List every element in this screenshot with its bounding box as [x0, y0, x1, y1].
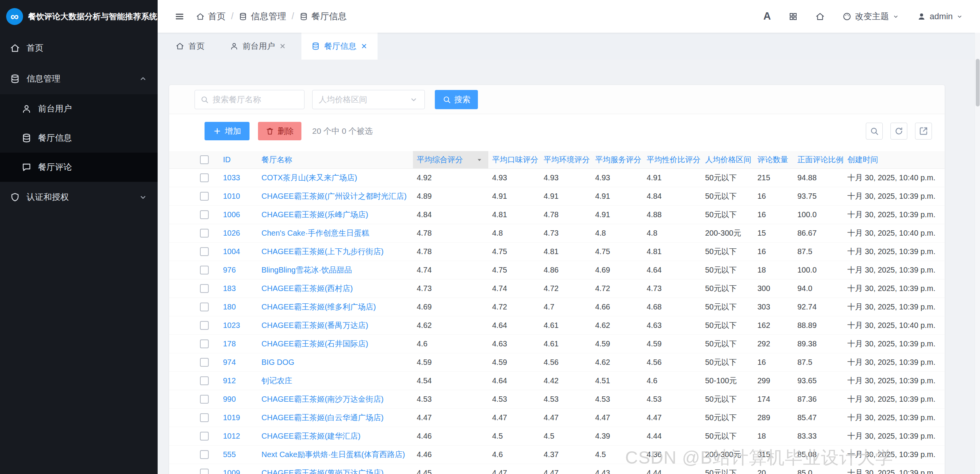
restaurant-name-link[interactable]: CHAGEE霸王茶姬(萝岗万达广场店) — [261, 469, 384, 474]
sidebar-item-auth[interactable]: 认证和授权 — [0, 182, 158, 213]
row-id-link[interactable]: 1019 — [223, 413, 240, 422]
row-checkbox[interactable] — [200, 303, 209, 311]
restaurant-name-link[interactable]: CHAGEE霸王茶姬(上下九步行街店) — [261, 247, 384, 256]
service-score-cell: 4.93 — [591, 173, 643, 182]
sidebar-item-home[interactable]: 首页 — [0, 33, 158, 63]
restaurant-name-link[interactable]: 钊记农庄 — [261, 376, 292, 385]
breadcrumb-home[interactable]: 首页 — [196, 10, 226, 22]
restaurant-name-link[interactable]: Next Cake励事烘焙·生日蛋糕(体育西路店) — [261, 450, 405, 459]
row-checkbox[interactable] — [200, 210, 209, 219]
scrollbar-thumb[interactable] — [976, 59, 980, 106]
row-id-link[interactable]: 178 — [223, 339, 236, 348]
row-id-link[interactable]: 555 — [223, 450, 236, 459]
row-id-link[interactable]: 912 — [223, 376, 236, 385]
col-header-positive-ratio[interactable]: 正面评论比例 — [794, 151, 844, 168]
theme-switcher[interactable]: 改变主题 — [842, 11, 899, 22]
overall-score-cell: 4.92 — [413, 173, 488, 182]
sidebar-item-restaurant-reviews[interactable]: 餐厅评论 — [0, 153, 158, 182]
row-id-link[interactable]: 180 — [223, 303, 236, 311]
sidebar-item-front-users[interactable]: 前台用户 — [0, 94, 158, 123]
col-header-taste[interactable]: 平均口味评分 — [488, 151, 540, 168]
row-id-link[interactable]: 1012 — [223, 432, 240, 440]
col-header-name[interactable]: 餐厅名称 — [258, 151, 413, 168]
row-checkbox[interactable] — [200, 192, 209, 201]
row-checkbox[interactable] — [200, 229, 209, 238]
row-checkbox[interactable] — [200, 339, 209, 348]
row-id-link[interactable]: 1033 — [223, 173, 240, 182]
restaurant-name-link[interactable]: CHAGEE霸王茶姬(白云华通广场店) — [261, 413, 384, 422]
restaurant-name-link[interactable]: CHAGEE霸王茶姬(西村店) — [261, 284, 353, 293]
row-checkbox[interactable] — [200, 173, 209, 182]
col-header-value[interactable]: 平均性价比评分 — [643, 151, 701, 168]
tab-restaurant-info[interactable]: 餐厅信息 — [301, 33, 378, 60]
menu-toggle-icon[interactable] — [175, 12, 185, 22]
row-checkbox[interactable] — [200, 266, 209, 274]
col-header-review-count[interactable]: 评论数量 — [754, 151, 794, 168]
breadcrumb-restaurant-info[interactable]: 餐厅信息 — [299, 10, 347, 22]
row-checkbox[interactable] — [200, 376, 209, 385]
layout-grid-icon[interactable] — [789, 12, 798, 21]
restaurant-name-link[interactable]: CHAGEE霸王茶姬(南沙万达金街店) — [261, 395, 384, 403]
breadcrumb-info-management[interactable]: 信息管理 — [239, 10, 286, 22]
add-button[interactable]: 增加 — [205, 122, 250, 140]
delete-button[interactable]: 删除 — [258, 122, 301, 140]
row-checkbox[interactable] — [200, 284, 209, 293]
page-scrollbar[interactable] — [975, 33, 980, 474]
row-id-link[interactable]: 1004 — [223, 247, 240, 256]
search-button[interactable]: 搜索 — [435, 90, 478, 109]
row-id-link[interactable]: 1010 — [223, 192, 240, 200]
row-id-link[interactable]: 976 — [223, 266, 236, 274]
table-row: 912 钊记农庄 4.54 4.64 4.42 4.51 4.6 50-100元… — [169, 372, 945, 390]
col-header-overall-sorted[interactable]: 平均综合评分 — [413, 151, 488, 168]
row-checkbox[interactable] — [200, 321, 209, 330]
refresh-button[interactable] — [890, 123, 907, 140]
tab-home[interactable]: 首页 — [166, 33, 215, 60]
select-all-checkbox[interactable] — [200, 155, 209, 164]
restaurant-name-link[interactable]: Chen's Cake·手作创意生日蛋糕 — [261, 229, 369, 237]
restaurant-search-field[interactable] — [195, 90, 304, 109]
row-id-link[interactable]: 1026 — [223, 229, 240, 237]
row-id-link[interactable]: 990 — [223, 395, 236, 403]
toggle-search-button[interactable] — [866, 123, 883, 140]
price-range-select[interactable]: 人均价格区间 — [312, 90, 425, 109]
restaurant-name-link[interactable]: COTX茶月山(来又来广场店) — [261, 173, 357, 182]
export-button[interactable] — [915, 123, 932, 140]
sort-caret-icon[interactable] — [476, 156, 483, 163]
restaurant-name-link[interactable]: BIG DOG — [261, 358, 294, 366]
sidebar-item-info-management[interactable]: 信息管理 — [0, 63, 158, 94]
tab-front-users[interactable]: 前台用户 — [220, 33, 296, 60]
restaurant-name-link[interactable]: BlingBling雪花冰·饮品甜品 — [261, 266, 352, 274]
row-id-link[interactable]: 1009 — [223, 469, 240, 474]
restaurant-name-link[interactable]: CHAGEE霸王茶姬(建华汇店) — [261, 432, 361, 440]
col-header-environment[interactable]: 平均环境评分 — [540, 151, 591, 168]
col-header-created[interactable]: 创建时间 — [844, 151, 945, 168]
restaurant-name-link[interactable]: CHAGEE霸王茶姬(广州设计之都时光汇店) — [261, 192, 407, 200]
sidebar-item-restaurant-info[interactable]: 餐厅信息 — [0, 123, 158, 153]
restaurant-name-link[interactable]: CHAGEE霸王茶姬(维多利广场店) — [261, 303, 376, 311]
close-icon[interactable] — [361, 43, 368, 50]
close-icon[interactable] — [279, 43, 286, 50]
row-checkbox[interactable] — [200, 469, 209, 474]
row-id-link[interactable]: 1006 — [223, 210, 240, 219]
row-checkbox[interactable] — [200, 413, 209, 422]
row-checkbox[interactable] — [200, 395, 209, 404]
restaurant-name-link[interactable]: CHAGEE霸王茶姬(乐峰广场店) — [261, 210, 368, 219]
review-count-cell: 15 — [754, 229, 794, 238]
user-menu[interactable]: admin — [917, 12, 963, 22]
col-header-price-range[interactable]: 人均价格区间 — [701, 151, 754, 168]
created-time-cell: 十月 30, 2025, 10:39 p.m. — [844, 468, 945, 474]
col-header-service[interactable]: 平均服务评分 — [591, 151, 643, 168]
restaurant-name-link[interactable]: CHAGEE霸王茶姬(石井国际店) — [261, 339, 368, 348]
row-id-link[interactable]: 1023 — [223, 321, 240, 329]
home-icon[interactable] — [815, 12, 825, 21]
search-input[interactable] — [213, 95, 299, 104]
row-id-link[interactable]: 974 — [223, 358, 236, 366]
row-id-link[interactable]: 183 — [223, 284, 236, 293]
row-checkbox[interactable] — [200, 247, 209, 256]
row-checkbox[interactable] — [200, 432, 209, 441]
font-size-button[interactable]: A — [764, 10, 771, 22]
restaurant-name-link[interactable]: CHAGEE霸王茶姬(番禺万达店) — [261, 321, 368, 329]
row-checkbox[interactable] — [200, 450, 209, 459]
row-checkbox[interactable] — [200, 358, 209, 367]
col-header-id[interactable]: ID — [219, 151, 258, 168]
